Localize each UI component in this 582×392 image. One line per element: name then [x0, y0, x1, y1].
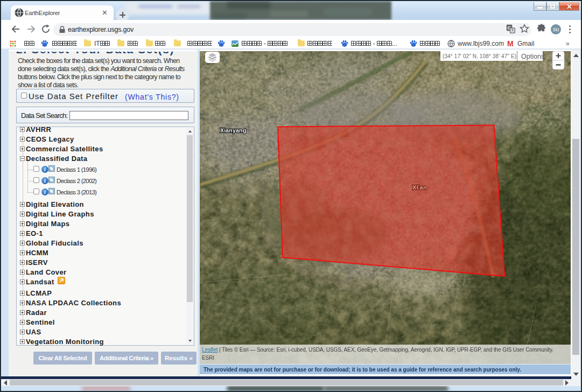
svg-text:XI'an: XI'an [412, 184, 427, 191]
svg-text:Xianyang: Xianyang [220, 127, 246, 134]
svg-text:(34° 17' 02" N, 108° 38' 47" E: (34° 17' 02" N, 108° 38' 47" E) [443, 53, 516, 59]
svg-text:Options: Options [521, 53, 544, 60]
